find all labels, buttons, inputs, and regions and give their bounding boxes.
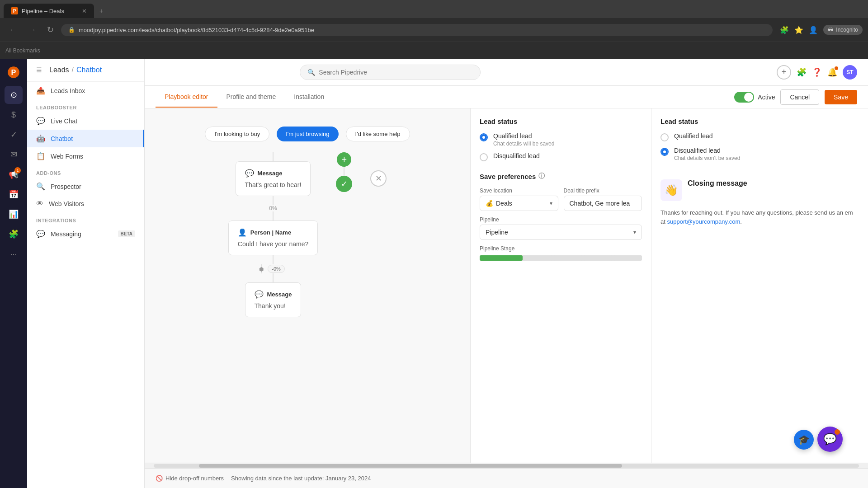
tab-favicon: P <box>11 7 18 14</box>
pipeline-segment-1 <box>480 255 523 261</box>
sidebar-icon-leads[interactable]: 📢 1 <box>5 165 23 183</box>
extensions-btn[interactable]: 🧩 <box>797 67 807 77</box>
addons-section-label: ADD-ONS <box>27 165 144 178</box>
sidebar-item-leads-inbox[interactable]: 📥 Leads Inbox <box>27 82 144 99</box>
message-node-icon: 💬 <box>245 169 254 178</box>
qualified-lead-option-2[interactable]: Qualified lead <box>660 132 859 141</box>
qualified-radio[interactable] <box>480 133 488 141</box>
disqualified-lead-option-2[interactable]: Disqualified lead Chat details won't be … <box>660 147 859 161</box>
integrations-section-label: INTEGRATIONS <box>27 212 144 225</box>
chat-widget-button[interactable]: 💬 <box>817 427 843 452</box>
disqualified-radio[interactable] <box>480 153 488 161</box>
message-node-1-text: That's great to hear! <box>245 181 302 188</box>
sidebar-item-web-visitors[interactable]: 👁 Web Visitors <box>27 195 144 212</box>
search-input[interactable] <box>319 69 473 76</box>
breadcrumb: Leads / Chatbot <box>49 66 102 74</box>
url-text: moodjoy.pipedrive.com/leads/chatbot/play… <box>79 27 314 33</box>
sidebar-item-web-forms[interactable]: 📋 Web Forms <box>27 147 144 165</box>
bookmark-icon[interactable]: ⭐ <box>794 26 803 34</box>
menu-toggle-button[interactable]: ☰ <box>36 66 42 74</box>
profile-icon[interactable]: 👤 <box>809 26 818 34</box>
disqualified-radio-2[interactable] <box>660 148 669 156</box>
tab-profile-theme[interactable]: Profile and theme <box>217 87 285 108</box>
sidebar-item-live-chat[interactable]: 💬 Live Chat <box>27 112 144 130</box>
add-node-button[interactable]: + <box>337 152 351 167</box>
check-node[interactable]: ✓ <box>336 176 352 192</box>
search-icon: 🔍 <box>307 69 315 76</box>
new-tab-button[interactable]: + <box>94 4 108 18</box>
person-name-node: 👤 Person | Name Could I have your name? <box>228 221 318 255</box>
help-btn[interactable]: ❓ <box>812 67 822 77</box>
save-button[interactable]: Save <box>825 90 857 104</box>
lead-status-section-1: Lead status Qualified lead Chat details … <box>480 117 642 161</box>
qualified-radio-2[interactable] <box>660 133 669 141</box>
notification-dot <box>835 66 838 70</box>
cancel-button[interactable]: Cancel <box>780 89 819 105</box>
sidebar-icon-home[interactable]: ⊙ <box>5 86 23 104</box>
sidebar-icon-mail[interactable]: ✉ <box>5 145 23 164</box>
back-button[interactable]: ← <box>5 23 21 37</box>
notifications-btn[interactable]: 🔔 <box>827 67 837 77</box>
deal-prefix-input[interactable] <box>564 196 642 211</box>
pipeline-select[interactable]: Pipeline ▾ <box>480 225 642 240</box>
active-toggle: Active <box>734 92 775 103</box>
pipeline-chevron-icon: ▾ <box>633 229 636 235</box>
canvas-left: I'm looking to buy I'm just browsing I'd… <box>145 108 470 463</box>
tab-bar: Playbook editor Profile and theme Instal… <box>145 86 868 108</box>
message-node-3-title: Message <box>267 291 292 298</box>
person-node-text: Could I have your name? <box>238 240 308 248</box>
choice-looking-to-buy[interactable]: I'm looking to buy <box>205 127 269 141</box>
sidebar-item-messaging[interactable]: 💬 Messaging BETA <box>27 225 144 243</box>
sidebar-icon-activities[interactable]: ✓ <box>5 126 23 144</box>
sidebar-icon-more[interactable]: ··· <box>5 245 23 263</box>
sidebar-item-web-visitors-label: Web Visitors <box>49 200 84 207</box>
choice-just-browsing[interactable]: I'm just browsing <box>277 127 338 141</box>
active-toggle-switch[interactable] <box>734 92 754 103</box>
connector-line <box>273 255 274 264</box>
email-link[interactable]: support@yourcompany.com <box>667 218 740 225</box>
sidebar-icon-integrations[interactable]: 🧩 <box>5 225 23 243</box>
tab-close-button[interactable]: ✕ <box>82 8 87 14</box>
save-location-select[interactable]: 💰 Deals ▾ <box>480 196 558 211</box>
user-avatar[interactable]: ST <box>843 65 857 80</box>
sidebar-item-prospector[interactable]: 🔍 Prospector <box>27 178 144 195</box>
save-prefs-label: Save preferences <box>480 173 536 180</box>
qualified-lead-label: Qualified lead <box>493 132 554 140</box>
lead-status-title-1: Lead status <box>480 117 642 125</box>
horizontal-scrollbar[interactable] <box>145 463 868 468</box>
pipeline-value: Pipeline <box>486 229 508 236</box>
qualified-lead-option[interactable]: Qualified lead Chat details will be save… <box>480 132 642 147</box>
disqualified-lead-option[interactable]: Disqualified lead <box>480 152 642 161</box>
top-actions: + 🧩 ❓ 🔔 ST <box>777 65 857 80</box>
lead-status-panel-2: Lead status Qualified lead Disqualified … <box>651 108 868 463</box>
save-location-value: Deals <box>496 200 512 207</box>
tab-playbook-editor[interactable]: Playbook editor <box>156 87 217 108</box>
sidebar-icon-deals[interactable]: $ <box>5 106 23 124</box>
choice-like-some-help[interactable]: I'd like some help <box>346 127 410 141</box>
reload-button[interactable]: ↻ <box>43 23 57 37</box>
sidebar-item-chatbot[interactable]: 🤖 Chatbot <box>27 130 144 147</box>
forward-button[interactable]: → <box>24 23 40 37</box>
learn-icon: 🎓 <box>798 434 810 445</box>
url-bar[interactable]: 🔒 moodjoy.pipedrive.com/leads/chatbot/pl… <box>61 24 773 36</box>
search-bar[interactable]: 🔍 <box>300 65 481 80</box>
learn-widget-button[interactable]: 🎓 <box>794 430 814 450</box>
incognito-label: Incognito <box>836 27 858 33</box>
add-button[interactable]: + <box>777 65 791 80</box>
scrollbar-thumb[interactable] <box>199 464 622 468</box>
active-tab[interactable]: P Pipeline – Deals ✕ <box>4 4 94 18</box>
messaging-icon: 💬 <box>36 230 45 238</box>
connector-line <box>273 152 274 161</box>
hide-dropoff-button[interactable]: 🚫 Hide drop-off numbers <box>156 475 224 482</box>
progress-val-1: 0% <box>269 205 277 211</box>
x-node[interactable]: ✕ <box>370 170 387 187</box>
notification-badge: 1 <box>14 167 21 174</box>
extensions-icon[interactable]: 🧩 <box>780 26 789 34</box>
message-node-1-title: Message <box>258 170 283 177</box>
tab-title: Pipeline – Deals <box>22 8 64 14</box>
sidebar-item-leads-inbox-label: Leads Inbox <box>51 87 85 94</box>
sidebar-icon-calendar[interactable]: 📅 <box>5 185 23 203</box>
info-icon[interactable]: ⓘ <box>538 172 545 180</box>
sidebar-icon-reports[interactable]: 📊 <box>5 205 23 223</box>
tab-installation[interactable]: Installation <box>285 87 333 108</box>
